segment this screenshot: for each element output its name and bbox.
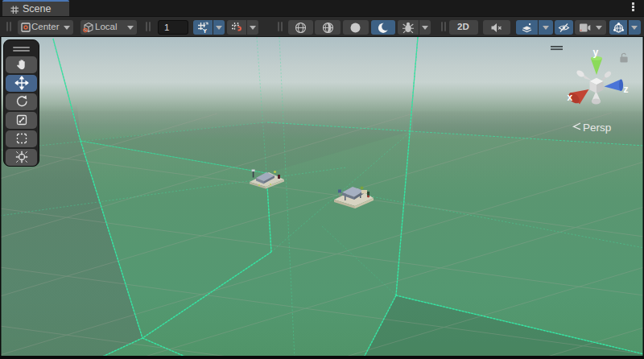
svg-text:z: z	[624, 84, 629, 95]
svg-text:y: y	[593, 47, 599, 58]
svg-text:Y: Y	[203, 27, 207, 34]
svg-text:x: x	[568, 92, 573, 103]
svg-text:Persp: Persp	[583, 122, 611, 134]
